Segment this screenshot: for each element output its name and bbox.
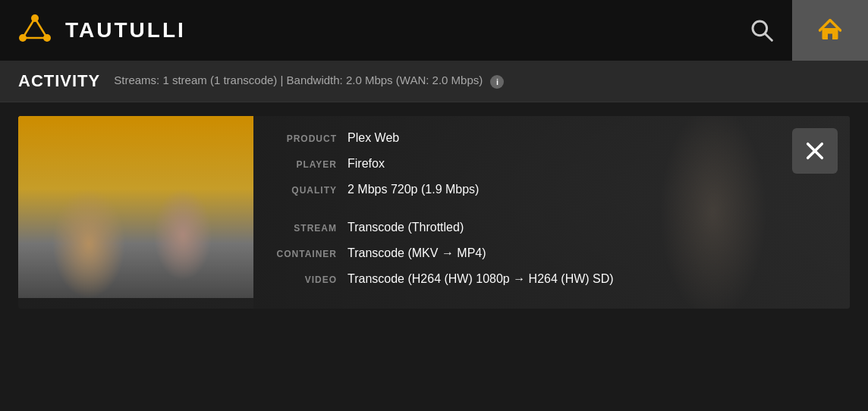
logo-area: TAUTULLI — [0, 11, 186, 50]
logo-text: TAUTULLI — [65, 18, 186, 42]
quality-value: 2 Mbps 720p (1.9 Mbps) — [348, 183, 479, 196]
info-icon[interactable]: i — [490, 75, 504, 89]
header-right — [731, 0, 868, 61]
quality-row: QUALITY 2 Mbps 720p (1.9 Mbps) — [272, 183, 832, 204]
svg-rect-13 — [158, 201, 197, 298]
video-label: VIDEO — [272, 272, 348, 285]
info-panel: PRODUCT Plex Web PLAYER Firefox QUALITY … — [253, 116, 850, 309]
home-icon — [816, 17, 844, 44]
svg-line-4 — [35, 18, 47, 38]
svg-point-10 — [77, 152, 119, 201]
product-value: Plex Web — [348, 131, 399, 145]
close-button[interactable] — [792, 128, 838, 174]
header: TAUTULLI — [0, 0, 868, 61]
tautulli-logo-icon — [15, 11, 55, 50]
svg-rect-15 — [18, 268, 253, 298]
player-label: PLAYER — [272, 157, 348, 170]
stream-card: PRODUCT Plex Web PLAYER Firefox QUALITY … — [18, 116, 850, 309]
video-row: VIDEO Transcode (H264 (HW) 1080p → H264 … — [272, 272, 832, 293]
activity-title: ACTIVITY — [18, 71, 100, 91]
svg-rect-14 — [84, 199, 96, 221]
svg-line-7 — [766, 34, 772, 41]
spacer — [272, 209, 832, 216]
product-row: PRODUCT Plex Web — [272, 131, 832, 152]
activity-bar: ACTIVITY Streams: 1 stream (1 transcode)… — [0, 61, 868, 102]
svg-rect-9 — [18, 116, 136, 298]
container-value: Transcode (MKV → MP4) — [348, 246, 486, 260]
container-label: CONTAINER — [272, 246, 348, 259]
search-button[interactable] — [731, 0, 792, 61]
player-value: Firefox — [348, 157, 385, 171]
search-icon — [750, 18, 774, 42]
main-content: PRODUCT Plex Web PLAYER Firefox QUALITY … — [0, 102, 868, 322]
activity-stats: Streams: 1 stream (1 transcode) | Bandwi… — [114, 74, 504, 88]
svg-line-3 — [23, 18, 35, 38]
poster — [18, 116, 253, 309]
svg-rect-11 — [77, 198, 119, 298]
video-value: Transcode (H264 (HW) 1080p → H264 (HW) S… — [348, 272, 614, 286]
product-label: PRODUCT — [272, 131, 348, 144]
quality-label: QUALITY — [272, 183, 348, 196]
stream-value: Transcode (Throttled) — [348, 221, 464, 234]
container-row: CONTAINER Transcode (MKV → MP4) — [272, 246, 832, 268]
poster-image — [18, 116, 253, 298]
poster-svg — [18, 116, 253, 298]
close-icon — [804, 140, 826, 162]
svg-point-12 — [158, 158, 197, 203]
player-row: PLAYER Firefox — [272, 157, 832, 178]
stream-label: STREAM — [272, 221, 348, 234]
stream-row: STREAM Transcode (Throttled) — [272, 221, 832, 242]
svg-rect-8 — [18, 116, 253, 298]
home-button[interactable] — [792, 0, 868, 61]
